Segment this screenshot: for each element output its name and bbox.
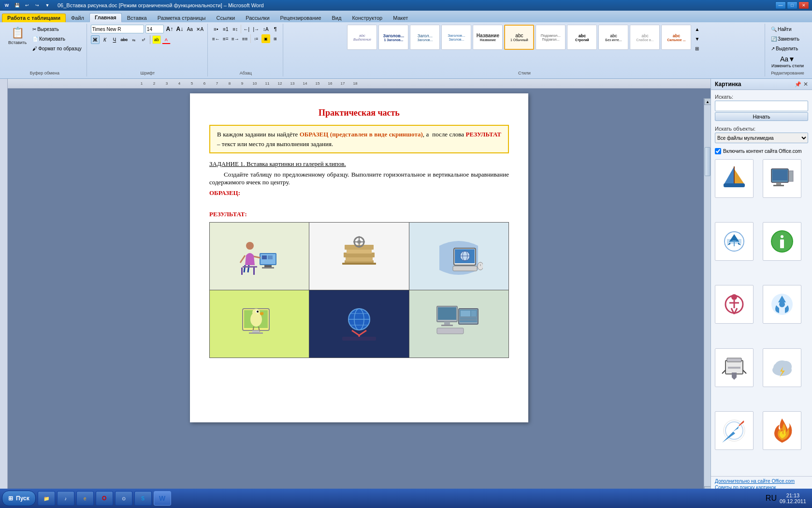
office-content-checkbox[interactable] <box>715 148 721 154</box>
clipart-item-3[interactable] <box>715 222 754 261</box>
align-right-btn[interactable]: ≡→ <box>231 34 240 43</box>
style-intense[interactable]: abcСильное ... <box>661 25 691 50</box>
customize-quick-btn[interactable]: ▼ <box>43 1 52 9</box>
paste-btn[interactable]: 📋 Вставить <box>6 25 29 46</box>
clear-format-btn[interactable]: ✕A <box>196 25 204 33</box>
undo-quick-btn[interactable]: ↩ <box>23 1 31 9</box>
multilevel-btn[interactable]: ≡↕ <box>231 25 240 33</box>
tab-layout[interactable]: Разметка страницы <box>152 14 211 22</box>
styles-scroll-up[interactable]: ▲ <box>693 25 701 33</box>
find-btn[interactable]: 🔍 Найти <box>769 25 794 33</box>
strikethrough-btn[interactable]: abc <box>120 35 129 44</box>
styles-expand[interactable]: ⊞ <box>693 44 701 53</box>
select-btn[interactable]: ↗ Выделить <box>769 44 800 53</box>
numbering-btn[interactable]: ≡1 <box>221 25 230 33</box>
scroll-thumb[interactable] <box>705 147 710 176</box>
maximize-btn[interactable]: □ <box>787 1 798 9</box>
font-name-input[interactable] <box>91 25 144 33</box>
line-spacing-btn[interactable]: ↕≡ <box>252 34 261 43</box>
paragraph-group-content: ≡• ≡1 ≡↕ ←| |→ ↕A ¶ ≡← ≡= ≡→ ≡≡ ↕≡ ▣ <box>212 25 280 70</box>
bold-btn[interactable]: Ж <box>91 35 100 44</box>
decrease-indent-btn[interactable]: ←| <box>242 25 251 33</box>
tab-layout2[interactable]: Макет <box>388 14 413 22</box>
style-title[interactable]: НазваниеНазвание <box>473 25 503 50</box>
sort-btn[interactable]: ↕A <box>261 25 270 33</box>
change-style-btn[interactable]: Аa▼ Изменить стили <box>769 54 806 70</box>
align-left-btn[interactable]: ≡← <box>212 34 220 43</box>
superscript-btn[interactable]: x² <box>139 35 148 44</box>
tab-file[interactable]: Файл <box>66 14 89 22</box>
tab-home[interactable]: Главная <box>89 13 122 22</box>
clipart-item-5[interactable] <box>715 285 754 324</box>
tab-work-tables[interactable]: Работа с таблицами <box>2 14 66 22</box>
grow-font-btn[interactable]: A↑ <box>165 25 174 33</box>
clipart-item-6[interactable] <box>763 285 801 324</box>
subscript-btn[interactable]: x₂ <box>130 35 138 44</box>
document-scrollbar[interactable]: ▲ ▼ <box>704 98 710 493</box>
styles-scroll-down[interactable]: ▼ <box>693 34 701 43</box>
change-case-btn[interactable]: Aa <box>186 25 194 33</box>
style-heading2[interactable]: Загол...Заголов... <box>410 25 440 50</box>
clipart-item-1[interactable] <box>715 159 754 198</box>
clipart-item-2[interactable] <box>763 159 801 198</box>
panel-close-btn[interactable]: ✕ <box>803 81 808 88</box>
cut-btn[interactable]: ✂ Вырезать <box>30 25 84 33</box>
search-input[interactable] <box>715 101 808 111</box>
style-normal[interactable]: abc1 Обычный <box>504 25 534 50</box>
taskbar-word-btn[interactable]: W <box>154 491 171 506</box>
taskbar-explorer-btn[interactable]: 📁 <box>38 491 55 506</box>
taskbar-chrome-btn[interactable]: ⊙ <box>115 491 132 506</box>
format-painter-btn[interactable]: 🖌 Формат по образцу <box>30 44 84 53</box>
taskbar-skype-btn[interactable]: S <box>134 491 152 506</box>
borders-btn[interactable]: ⊞ <box>271 34 280 43</box>
style-subtle[interactable]: abcСлабое в... <box>630 25 660 50</box>
taskbar-winamp-btn[interactable]: ♪ <box>57 491 74 506</box>
tab-review[interactable]: Рецензирование <box>275 14 327 22</box>
clipart-item-9[interactable] <box>715 411 754 450</box>
style-selection[interactable]: abcВыделение <box>347 25 377 50</box>
replace-btn[interactable]: 🔄 Заменить <box>769 34 801 43</box>
panel-pin-btn[interactable]: 📌 <box>795 81 801 88</box>
shrink-font-btn[interactable]: A↓ <box>175 25 184 33</box>
editing-group-content: 🔍 Найти 🔄 Заменить ↗ Выделить Аa▼ Измени… <box>769 25 806 70</box>
tab-mailings[interactable]: Рассылки <box>240 14 275 22</box>
bullets-btn[interactable]: ≡• <box>212 25 220 33</box>
show-marks-btn[interactable]: ¶ <box>271 25 280 33</box>
highlight-btn[interactable]: ab <box>152 35 161 44</box>
tab-insert[interactable]: Вставка <box>122 14 152 22</box>
taskbar-opera-btn[interactable]: O <box>96 491 113 506</box>
close-btn[interactable]: ✕ <box>798 1 809 9</box>
copy-btn[interactable]: 📄 Копировать <box>30 34 84 43</box>
start-button[interactable]: ⊞ Пуск <box>2 491 36 506</box>
clipart-item-4[interactable] <box>763 222 801 261</box>
search-objects-select[interactable]: Все файлы мультимедиа <box>715 133 808 143</box>
svg-rect-9 <box>253 268 255 275</box>
save-quick-btn[interactable]: 💾 <box>13 1 21 9</box>
document-scroll[interactable]: Практическая часть В каждом задании вы н… <box>8 89 710 493</box>
search-start-btn[interactable]: Начать <box>715 112 808 121</box>
style-heading1[interactable]: Заголов...1 Заголов... <box>378 25 408 50</box>
increase-indent-btn[interactable]: |→ <box>252 25 261 33</box>
clipart-item-7[interactable] <box>715 348 754 387</box>
tab-view[interactable]: Вид <box>327 14 347 22</box>
taskbar-ie-btn[interactable]: e <box>76 491 94 506</box>
italic-btn[interactable]: К <box>101 35 109 44</box>
minimize-btn[interactable]: — <box>775 1 786 9</box>
font-size-input[interactable] <box>145 25 164 33</box>
color-btn[interactable]: A <box>162 35 171 44</box>
scroll-up-btn[interactable]: ▲ <box>704 98 710 105</box>
justify-btn[interactable]: ≡≡ <box>241 34 249 43</box>
style-subtitle[interactable]: Подзагол...Подзагол... <box>536 25 566 50</box>
clipart-item-10[interactable] <box>763 411 801 450</box>
style-strong[interactable]: abcСтрогий <box>567 25 597 50</box>
shading-btn[interactable]: ▣ <box>261 34 270 43</box>
style-nospacing[interactable]: abcБез инте... <box>598 25 628 50</box>
tab-design[interactable]: Конструктор <box>347 14 388 22</box>
underline-btn[interactable]: Ч <box>110 35 119 44</box>
clipart-item-8[interactable] <box>763 348 801 387</box>
office-website-link[interactable]: Дополнительно на сайте Office.com <box>715 478 808 484</box>
redo-quick-btn[interactable]: ↪ <box>33 1 42 9</box>
tab-references[interactable]: Ссылки <box>211 14 240 22</box>
style-heading3[interactable]: Заголов...Заголов... <box>441 25 471 50</box>
align-center-btn[interactable]: ≡= <box>221 34 230 43</box>
